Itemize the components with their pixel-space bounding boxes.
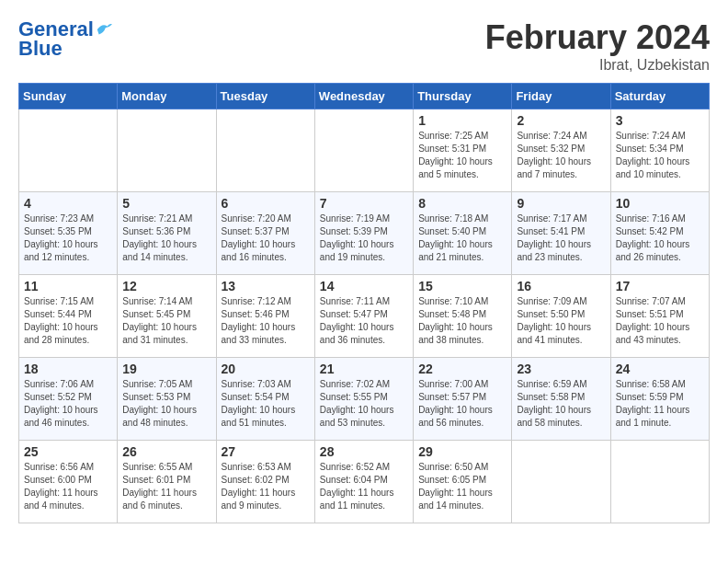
- calendar-cell: 8Sunrise: 7:18 AM Sunset: 5:40 PM Daylig…: [414, 192, 512, 275]
- day-number: 1: [418, 113, 506, 128]
- day-header-monday: Monday: [118, 84, 216, 109]
- day-number: 6: [222, 196, 310, 211]
- day-info: Sunrise: 7:25 AM Sunset: 5:31 PM Dayligh…: [418, 130, 506, 181]
- day-number: 21: [320, 362, 408, 376]
- day-info: Sunrise: 7:07 AM Sunset: 5:51 PM Dayligh…: [616, 295, 704, 347]
- calendar-cell: 10Sunrise: 7:16 AM Sunset: 5:42 PM Dayli…: [610, 192, 709, 275]
- calendar-cell: 24Sunrise: 6:58 AM Sunset: 5:59 PM Dayli…: [610, 358, 709, 441]
- day-header-thursday: Thursday: [414, 84, 512, 109]
- calendar-cell: 5Sunrise: 7:21 AM Sunset: 5:36 PM Daylig…: [118, 192, 216, 275]
- calendar-cell: 20Sunrise: 7:03 AM Sunset: 5:54 PM Dayli…: [216, 358, 314, 441]
- day-info: Sunrise: 7:23 AM Sunset: 5:35 PM Dayligh…: [24, 213, 112, 264]
- day-number: 2: [517, 113, 605, 128]
- day-info: Sunrise: 7:17 AM Sunset: 5:41 PM Dayligh…: [517, 213, 605, 264]
- day-info: Sunrise: 6:58 AM Sunset: 5:59 PM Dayligh…: [616, 378, 704, 430]
- day-number: 15: [418, 279, 506, 293]
- day-info: Sunrise: 7:09 AM Sunset: 5:50 PM Dayligh…: [517, 295, 605, 347]
- calendar-cell: 29Sunrise: 6:50 AM Sunset: 6:05 PM Dayli…: [414, 441, 512, 523]
- calendar-cell: 2Sunrise: 7:24 AM Sunset: 5:32 PM Daylig…: [512, 109, 610, 192]
- day-info: Sunrise: 7:19 AM Sunset: 5:39 PM Dayligh…: [320, 213, 408, 264]
- day-number: 25: [24, 444, 112, 459]
- calendar-cell: [216, 109, 314, 192]
- day-number: 22: [418, 362, 506, 376]
- calendar-cell: 22Sunrise: 7:00 AM Sunset: 5:57 PM Dayli…: [414, 358, 512, 441]
- day-number: 27: [222, 444, 310, 459]
- day-info: Sunrise: 7:21 AM Sunset: 5:36 PM Dayligh…: [122, 213, 210, 264]
- day-number: 20: [222, 362, 310, 376]
- calendar-cell: 9Sunrise: 7:17 AM Sunset: 5:41 PM Daylig…: [512, 192, 610, 275]
- day-info: Sunrise: 7:18 AM Sunset: 5:40 PM Dayligh…: [418, 213, 506, 264]
- calendar-cell: 18Sunrise: 7:06 AM Sunset: 5:52 PM Dayli…: [19, 358, 118, 441]
- calendar-cell: [610, 441, 709, 523]
- calendar-cell: [512, 441, 610, 523]
- day-info: Sunrise: 6:56 AM Sunset: 6:00 PM Dayligh…: [24, 461, 112, 512]
- calendar-cell: 7Sunrise: 7:19 AM Sunset: 5:39 PM Daylig…: [314, 192, 413, 275]
- calendar-cell: 14Sunrise: 7:11 AM Sunset: 5:47 PM Dayli…: [314, 275, 413, 358]
- day-info: Sunrise: 7:24 AM Sunset: 5:32 PM Dayligh…: [517, 130, 605, 181]
- day-number: 3: [616, 113, 704, 128]
- day-number: 18: [24, 362, 112, 376]
- day-number: 24: [616, 362, 704, 376]
- day-info: Sunrise: 7:05 AM Sunset: 5:53 PM Dayligh…: [122, 378, 210, 430]
- day-info: Sunrise: 7:06 AM Sunset: 5:52 PM Dayligh…: [24, 378, 112, 430]
- day-number: 8: [418, 196, 506, 211]
- week-row-2: 4Sunrise: 7:23 AM Sunset: 5:35 PM Daylig…: [19, 192, 710, 275]
- day-number: 19: [122, 362, 210, 376]
- day-number: 17: [616, 279, 704, 293]
- day-number: 9: [517, 196, 605, 211]
- day-header-tuesday: Tuesday: [216, 84, 314, 109]
- calendar-cell: 26Sunrise: 6:55 AM Sunset: 6:01 PM Dayli…: [118, 441, 216, 523]
- day-number: 10: [616, 196, 704, 211]
- day-header-wednesday: Wednesday: [314, 84, 413, 109]
- day-header-sunday: Sunday: [19, 84, 118, 109]
- day-number: 4: [24, 196, 112, 211]
- day-info: Sunrise: 7:15 AM Sunset: 5:44 PM Dayligh…: [24, 295, 112, 347]
- day-number: 29: [418, 444, 506, 459]
- logo: General Blue: [18, 18, 112, 61]
- calendar-cell: 1Sunrise: 7:25 AM Sunset: 5:31 PM Daylig…: [414, 109, 512, 192]
- day-number: 13: [222, 279, 310, 293]
- calendar-cell: 4Sunrise: 7:23 AM Sunset: 5:35 PM Daylig…: [19, 192, 118, 275]
- header-row: SundayMondayTuesdayWednesdayThursdayFrid…: [19, 84, 710, 109]
- calendar-cell: 13Sunrise: 7:12 AM Sunset: 5:46 PM Dayli…: [216, 275, 314, 358]
- day-info: Sunrise: 7:24 AM Sunset: 5:34 PM Dayligh…: [616, 130, 704, 181]
- title-area: February 2024 Ibrat, Uzbekistan: [485, 18, 710, 74]
- calendar-cell: 27Sunrise: 6:53 AM Sunset: 6:02 PM Dayli…: [216, 441, 314, 523]
- calendar-cell: 17Sunrise: 7:07 AM Sunset: 5:51 PM Dayli…: [610, 275, 709, 358]
- day-info: Sunrise: 7:14 AM Sunset: 5:45 PM Dayligh…: [122, 295, 210, 347]
- calendar-cell: 15Sunrise: 7:10 AM Sunset: 5:48 PM Dayli…: [414, 275, 512, 358]
- calendar-cell: 6Sunrise: 7:20 AM Sunset: 5:37 PM Daylig…: [216, 192, 314, 275]
- week-row-5: 25Sunrise: 6:56 AM Sunset: 6:00 PM Dayli…: [19, 441, 710, 523]
- week-row-3: 11Sunrise: 7:15 AM Sunset: 5:44 PM Dayli…: [19, 275, 710, 358]
- day-info: Sunrise: 7:16 AM Sunset: 5:42 PM Dayligh…: [616, 213, 704, 264]
- day-info: Sunrise: 6:52 AM Sunset: 6:04 PM Dayligh…: [320, 461, 408, 512]
- day-info: Sunrise: 6:59 AM Sunset: 5:58 PM Dayligh…: [517, 378, 605, 430]
- calendar-cell: 28Sunrise: 6:52 AM Sunset: 6:04 PM Dayli…: [314, 441, 413, 523]
- calendar-cell: 3Sunrise: 7:24 AM Sunset: 5:34 PM Daylig…: [610, 109, 709, 192]
- day-header-friday: Friday: [512, 84, 610, 109]
- calendar-cell: 19Sunrise: 7:05 AM Sunset: 5:53 PM Dayli…: [118, 358, 216, 441]
- calendar-cell: [314, 109, 413, 192]
- calendar-cell: 25Sunrise: 6:56 AM Sunset: 6:00 PM Dayli…: [19, 441, 118, 523]
- day-info: Sunrise: 7:00 AM Sunset: 5:57 PM Dayligh…: [418, 378, 506, 430]
- day-info: Sunrise: 7:11 AM Sunset: 5:47 PM Dayligh…: [320, 295, 408, 347]
- calendar-cell: 16Sunrise: 7:09 AM Sunset: 5:50 PM Dayli…: [512, 275, 610, 358]
- day-info: Sunrise: 7:20 AM Sunset: 5:37 PM Dayligh…: [222, 213, 310, 264]
- location: Ibrat, Uzbekistan: [485, 57, 710, 74]
- calendar-cell: [19, 109, 118, 192]
- day-number: 28: [320, 444, 408, 459]
- calendar-cell: 12Sunrise: 7:14 AM Sunset: 5:45 PM Dayli…: [118, 275, 216, 358]
- calendar-cell: [118, 109, 216, 192]
- day-number: 14: [320, 279, 408, 293]
- day-number: 23: [517, 362, 605, 376]
- calendar-cell: 11Sunrise: 7:15 AM Sunset: 5:44 PM Dayli…: [19, 275, 118, 358]
- month-title: February 2024: [485, 18, 710, 57]
- day-info: Sunrise: 7:03 AM Sunset: 5:54 PM Dayligh…: [222, 378, 310, 430]
- week-row-1: 1Sunrise: 7:25 AM Sunset: 5:31 PM Daylig…: [19, 109, 710, 192]
- logo-bird-icon: [96, 21, 112, 38]
- day-info: Sunrise: 6:55 AM Sunset: 6:01 PM Dayligh…: [122, 461, 210, 512]
- day-number: 5: [122, 196, 210, 211]
- day-number: 16: [517, 279, 605, 293]
- header: General Blue February 2024 Ibrat, Uzbeki…: [18, 18, 710, 74]
- calendar-table: SundayMondayTuesdayWednesdayThursdayFrid…: [18, 83, 710, 523]
